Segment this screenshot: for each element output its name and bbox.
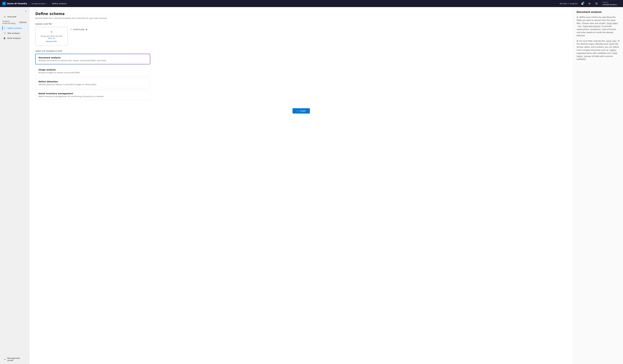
- current-page-breadcrumb: Define schema: [52, 2, 66, 5]
- breadcrumb-sep-1: /: [29, 2, 30, 5]
- sidebar-item-build-analyzer[interactable]: ◧ Build analyzer: [1, 36, 28, 40]
- app-name: Azure AI Foundry: [7, 2, 27, 5]
- top-navigation: ✦ Azure AI Foundry / sample-project ⌄ / …: [0, 0, 623, 7]
- upload-area-wrapper: ⬆ Drag and drop one file here or Browse …: [35, 27, 567, 46]
- template-section-label: Select one template to start: [35, 50, 567, 52]
- code-field-names: field names: [606, 22, 619, 25]
- browse-link[interactable]: Browse file: [46, 40, 57, 42]
- sidebar-toggle-button[interactable]: ⊞: [24, 9, 27, 13]
- account-button[interactable]: 😊: [594, 1, 599, 6]
- sidebar: ⊞ ⌂ Overview Content Understanding PREVI…: [0, 7, 29, 364]
- sidebar-bottom: → Management center: [0, 354, 29, 363]
- page-subtitle: Review fields from selected template and…: [35, 17, 567, 19]
- panel-help-list: Define your schema by specifying the fie…: [577, 16, 620, 61]
- settings-button[interactable]: ⚙: [587, 1, 592, 6]
- upload-label: Upload a test file *: [35, 23, 567, 25]
- required-indicator: *: [52, 23, 53, 25]
- app-logo[interactable]: ✦ Azure AI Foundry: [2, 2, 27, 5]
- sidebar-label-test-analyzer: Test analyzer: [7, 32, 20, 34]
- delete-file-button[interactable]: 🗑: [86, 28, 88, 31]
- sidebar-label-management: Management center: [7, 357, 26, 362]
- project-link[interactable]: sample-project ⌄: [31, 2, 48, 5]
- panel-help-item-1: Define your schema by specifying the fie…: [577, 16, 620, 37]
- upload-section: Upload a test file * ⬆ Drag and drop one…: [35, 23, 567, 46]
- sidebar-item-management[interactable]: → Management center: [1, 356, 28, 363]
- sidebar-label-build-analyzer: Build analyzer: [7, 37, 21, 39]
- create-checkmark-icon: ✓: [297, 110, 298, 112]
- notifications-button[interactable]: 🔔 1: [580, 1, 585, 6]
- define-schema-icon: ✦: [3, 27, 6, 29]
- uploaded-file-item: ✓ invoice.png 🗑: [70, 28, 88, 31]
- hubs-link[interactable]: All hubs + projects: [559, 2, 578, 5]
- template-card-defect-detection[interactable]: Defect detection Identify potential defe…: [35, 78, 150, 88]
- sidebar-item-overview[interactable]: ⌂ Overview: [1, 14, 28, 19]
- create-button-area: ✓ Create: [35, 105, 567, 121]
- overview-icon: ⌂: [3, 16, 6, 18]
- code-field-descriptions: field descriptions: [582, 25, 601, 28]
- template-card-retail-inventory[interactable]: Retail inventory management Retail inven…: [35, 90, 150, 100]
- upload-dropzone[interactable]: ⬆ Drag and drop one file here or Browse …: [35, 27, 68, 46]
- uploaded-files-list: ✓ invoice.png 🗑: [70, 27, 88, 31]
- sidebar-section-header: Content Understanding PREVIEW: [0, 19, 29, 26]
- code-value-type: value type: [605, 40, 617, 42]
- template-desc-defect: Identify potential defects in provided i…: [38, 83, 147, 86]
- preview-badge: PREVIEW: [19, 21, 27, 23]
- test-analyzer-icon: ⬡: [3, 32, 6, 34]
- logo-icon: ✦: [2, 2, 6, 5]
- sidebar-item-test-analyzer[interactable]: ⬡ Test analyzer: [1, 31, 28, 36]
- template-title-retail: Retail inventory management: [38, 92, 147, 95]
- template-card-document-analysis[interactable]: Document analysis Analyze documents to e…: [35, 54, 150, 64]
- chevron-down-icon: ⌄: [618, 2, 619, 5]
- template-list: Document analysis Analyze documents to e…: [35, 54, 150, 100]
- section-title: Content Understanding: [2, 20, 19, 24]
- notification-badge: 1: [582, 1, 584, 3]
- sidebar-toggle-area: ⊞: [0, 8, 29, 14]
- build-analyzer-icon: ◧: [3, 37, 6, 39]
- file-check-icon: ✓: [70, 28, 72, 31]
- template-desc-document: Analyze documents to extract text, layou…: [39, 60, 147, 62]
- sidebar-item-define-schema[interactable]: ✦ Define schema: [1, 26, 28, 30]
- sidebar-label-define-schema: Define schema: [7, 27, 22, 29]
- upload-icon: ⬆: [50, 30, 53, 34]
- main-content: Define schema Review fields from selecte…: [29, 7, 573, 364]
- code-tables: tables: [609, 49, 617, 51]
- panel-help-item-2: For each field, indicate the value type …: [577, 40, 620, 61]
- breadcrumb-sep-2: /: [49, 2, 50, 5]
- template-title-document: Document analysis: [39, 57, 147, 59]
- top-nav-right: All hubs + projects 🔔 1 ⚙ 😊 Project samp…: [559, 1, 621, 6]
- app-layout: ⊞ ⌂ Overview Content Understanding PREVI…: [0, 7, 623, 364]
- template-desc-retail: Retail inventory management for monitori…: [38, 95, 147, 98]
- right-panel: Document analysis Define your schema by …: [573, 7, 623, 364]
- management-icon: →: [3, 358, 6, 361]
- template-card-image-analysis[interactable]: Image analysis Analyze images to extract…: [35, 66, 150, 76]
- project-selector[interactable]: Project sample-project ⌄: [601, 1, 621, 6]
- template-desc-image: Analyze images to extract structured fie…: [38, 71, 147, 74]
- template-title-defect: Defect detection: [38, 81, 147, 83]
- template-title-image: Image analysis: [38, 69, 147, 71]
- uploaded-filename: invoice.png: [73, 28, 84, 30]
- sidebar-label-overview: Overview: [7, 16, 16, 18]
- template-section: Select one template to start Document an…: [35, 50, 567, 100]
- upload-drag-text: Drag and drop one file here or: [39, 35, 65, 40]
- create-button[interactable]: ✓ Create: [292, 108, 310, 114]
- panel-title: Document analysis: [577, 11, 620, 13]
- page-title: Define schema: [35, 12, 567, 16]
